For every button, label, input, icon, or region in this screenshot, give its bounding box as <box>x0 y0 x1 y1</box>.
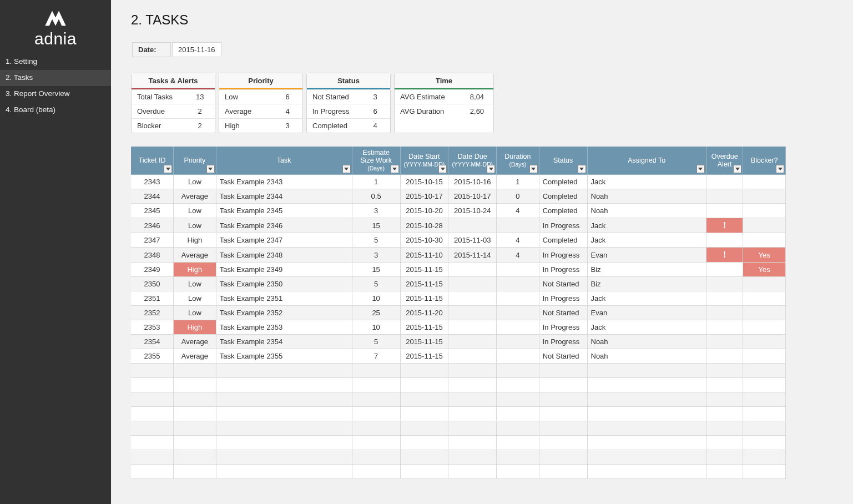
cell-empty[interactable] <box>743 392 786 407</box>
cell-empty[interactable] <box>706 392 743 407</box>
cell-dur[interactable] <box>497 291 539 306</box>
cell-over[interactable] <box>706 335 743 349</box>
column-header-est[interactable]: Estimate Size Work (Days) <box>352 147 400 175</box>
table-row[interactable]: 2352LowTask Example 2352252015-11-20Not … <box>131 306 786 320</box>
cell-assn[interactable]: Noah <box>587 189 706 204</box>
cell-empty[interactable] <box>174 436 216 450</box>
cell-empty[interactable] <box>400 407 448 421</box>
cell-task[interactable]: Task Example 2344 <box>216 189 352 204</box>
cell-empty[interactable] <box>743 421 786 436</box>
cell-est[interactable]: 1 <box>352 175 400 189</box>
cell-empty[interactable] <box>587 436 706 450</box>
cell-dur[interactable]: 1 <box>497 175 539 189</box>
cell-status[interactable]: In Progress <box>539 320 587 335</box>
cell-priority[interactable]: Average <box>174 248 216 263</box>
cell-blk[interactable] <box>743 175 786 189</box>
cell-task[interactable]: Task Example 2346 <box>216 218 352 233</box>
cell-empty[interactable] <box>497 378 539 392</box>
cell-empty[interactable] <box>743 364 786 378</box>
cell-empty[interactable] <box>706 378 743 392</box>
cell-est[interactable]: 5 <box>352 233 400 248</box>
cell-empty[interactable] <box>706 421 743 436</box>
cell-empty[interactable] <box>400 450 448 465</box>
cell-priority[interactable]: Low <box>174 218 216 233</box>
cell-empty[interactable] <box>174 407 216 421</box>
cell-ds[interactable]: 2015-11-10 <box>400 248 448 263</box>
sidebar-item[interactable]: 3. Report Overview <box>0 86 111 102</box>
cell-over[interactable] <box>706 291 743 306</box>
cell-status[interactable]: Completed <box>539 233 587 248</box>
cell-empty[interactable] <box>587 421 706 436</box>
cell-ticket[interactable]: 2344 <box>131 189 174 204</box>
cell-blk[interactable]: Yes <box>743 248 786 263</box>
column-header-over[interactable]: Overdue Alert <box>706 147 743 175</box>
cell-blk[interactable] <box>743 335 786 349</box>
cell-dd[interactable]: 2015-11-14 <box>448 248 497 263</box>
cell-empty[interactable] <box>131 436 174 450</box>
column-header-task[interactable]: Task <box>216 147 352 175</box>
cell-empty[interactable] <box>216 392 352 407</box>
cell-ticket[interactable]: 2353 <box>131 320 174 335</box>
cell-dd[interactable]: 2015-10-16 <box>448 175 497 189</box>
cell-empty[interactable] <box>497 364 539 378</box>
cell-empty[interactable] <box>174 465 216 479</box>
filter-dropdown-icon[interactable] <box>776 165 784 173</box>
cell-dur[interactable]: 4 <box>497 233 539 248</box>
cell-empty[interactable] <box>400 378 448 392</box>
cell-empty[interactable] <box>131 407 174 421</box>
cell-empty[interactable] <box>587 450 706 465</box>
cell-priority[interactable]: Low <box>174 277 216 291</box>
cell-empty[interactable] <box>539 407 587 421</box>
cell-dd[interactable] <box>448 277 497 291</box>
cell-assn[interactable]: Biz <box>587 277 706 291</box>
cell-over[interactable] <box>706 306 743 320</box>
cell-empty[interactable] <box>539 378 587 392</box>
cell-status[interactable]: Completed <box>539 189 587 204</box>
column-header-dd[interactable]: Date Due (YYYY-MM-DD) <box>448 147 497 175</box>
cell-empty[interactable] <box>587 364 706 378</box>
table-row-empty[interactable] <box>131 364 786 378</box>
table-row[interactable]: 2353HighTask Example 2353102015-11-15In … <box>131 320 786 335</box>
cell-empty[interactable] <box>497 465 539 479</box>
cell-ds[interactable]: 2015-10-15 <box>400 175 448 189</box>
cell-dur[interactable] <box>497 349 539 364</box>
cell-priority[interactable]: High <box>174 263 216 277</box>
cell-dd[interactable]: 2015-11-03 <box>448 233 497 248</box>
cell-ticket[interactable]: 2349 <box>131 263 174 277</box>
cell-empty[interactable] <box>352 421 400 436</box>
cell-empty[interactable] <box>352 450 400 465</box>
table-row-empty[interactable] <box>131 450 786 465</box>
cell-assn[interactable]: Evan <box>587 306 706 320</box>
table-row-empty[interactable] <box>131 407 786 421</box>
cell-blk[interactable] <box>743 320 786 335</box>
cell-assn[interactable]: Jack <box>587 320 706 335</box>
filter-dropdown-icon[interactable] <box>578 165 586 173</box>
cell-est[interactable]: 7 <box>352 349 400 364</box>
cell-ticket[interactable]: 2355 <box>131 349 174 364</box>
cell-empty[interactable] <box>216 436 352 450</box>
cell-ds[interactable]: 2015-10-30 <box>400 233 448 248</box>
cell-est[interactable]: 10 <box>352 291 400 306</box>
filter-dropdown-icon[interactable] <box>342 165 351 173</box>
column-header-status[interactable]: Status <box>539 147 587 175</box>
table-row[interactable]: 2343LowTask Example 234312015-10-152015-… <box>131 175 786 189</box>
cell-est[interactable]: 15 <box>352 263 400 277</box>
cell-blk[interactable] <box>743 204 786 218</box>
table-row[interactable]: 2348AverageTask Example 234832015-11-102… <box>131 248 786 263</box>
cell-status[interactable]: In Progress <box>539 218 587 233</box>
cell-blk[interactable] <box>743 277 786 291</box>
cell-ticket[interactable]: 2345 <box>131 204 174 218</box>
cell-over[interactable] <box>706 263 743 277</box>
cell-empty[interactable] <box>174 450 216 465</box>
cell-empty[interactable] <box>539 421 587 436</box>
filter-dropdown-icon[interactable] <box>206 165 215 173</box>
cell-over[interactable] <box>706 320 743 335</box>
cell-empty[interactable] <box>539 392 587 407</box>
cell-empty[interactable] <box>174 378 216 392</box>
cell-empty[interactable] <box>400 392 448 407</box>
cell-empty[interactable] <box>587 392 706 407</box>
filter-dropdown-icon[interactable] <box>733 165 741 173</box>
cell-est[interactable]: 3 <box>352 204 400 218</box>
table-row[interactable]: 2349HighTask Example 2349152015-11-15In … <box>131 263 786 277</box>
filter-dropdown-icon[interactable] <box>487 165 495 173</box>
